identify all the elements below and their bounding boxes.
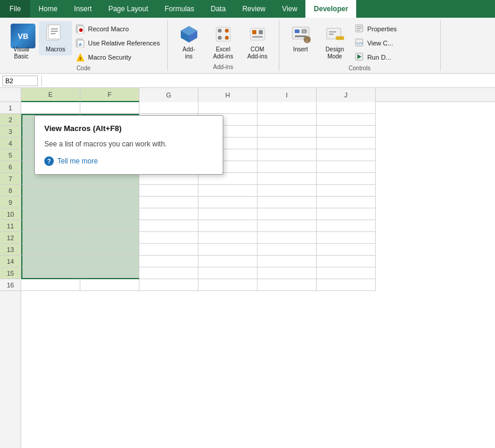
col-header-J[interactable]: J	[317, 88, 376, 102]
cell-J15[interactable]	[317, 267, 376, 279]
cell-I5[interactable]	[258, 149, 317, 161]
cell-E8[interactable]	[21, 185, 80, 197]
row-header-5[interactable]: 5	[0, 149, 21, 161]
cell-J4[interactable]	[317, 138, 376, 149]
cell-G7[interactable]	[139, 173, 198, 185]
properties-button[interactable]: Properties	[353, 22, 435, 35]
tab-home[interactable]: Home	[30, 0, 66, 18]
cell-I8[interactable]	[258, 185, 317, 197]
use-relative-button[interactable]: A Use Relative References	[73, 37, 162, 50]
tab-view[interactable]: View	[274, 0, 306, 18]
cell-J13[interactable]	[317, 244, 376, 256]
cell-H16[interactable]	[198, 279, 258, 291]
design-mode-button[interactable]: DesignMode	[318, 21, 351, 63]
cell-I2[interactable]	[258, 114, 317, 126]
addins-button[interactable]: Add-ins	[172, 21, 206, 63]
cell-I15[interactable]	[258, 267, 317, 279]
row-header-16[interactable]: 16	[0, 279, 21, 291]
cell-I4[interactable]	[258, 138, 317, 149]
cell-J14[interactable]	[317, 256, 376, 267]
row-header-12[interactable]: 12	[0, 232, 21, 244]
cell-I9[interactable]	[258, 197, 317, 208]
tell-me-more-link[interactable]: ? Tell me more	[44, 156, 213, 166]
cell-H12[interactable]	[198, 232, 258, 244]
col-header-E[interactable]: E	[21, 88, 80, 102]
cell-J5[interactable]	[317, 149, 376, 161]
cell-E1[interactable]	[21, 102, 80, 114]
row-header-4[interactable]: 4	[0, 138, 21, 149]
cell-H11[interactable]	[198, 220, 258, 232]
cell-G1[interactable]	[139, 102, 198, 114]
excel-addins-button[interactable]: ExcelAdd-ins	[207, 21, 240, 63]
cell-I12[interactable]	[258, 232, 317, 244]
cell-E11[interactable]	[21, 220, 80, 232]
cell-G12[interactable]	[139, 232, 198, 244]
tab-page-layout[interactable]: Page Layout	[100, 0, 156, 18]
row-header-14[interactable]: 14	[0, 256, 21, 267]
cell-F9[interactable]	[80, 197, 139, 208]
cell-F15[interactable]	[80, 267, 139, 279]
cell-F11[interactable]	[80, 220, 139, 232]
cell-H14[interactable]	[198, 256, 258, 267]
cell-H7[interactable]	[198, 173, 258, 185]
tab-formulas[interactable]: Formulas	[157, 0, 203, 18]
col-header-F[interactable]: F	[80, 88, 139, 102]
cell-G8[interactable]	[139, 185, 198, 197]
cell-I16[interactable]	[258, 279, 317, 291]
cell-E7[interactable]	[21, 173, 80, 185]
cell-J9[interactable]	[317, 197, 376, 208]
visual-basic-button[interactable]: VB VisualBasic	[5, 21, 38, 63]
run-dialog-button[interactable]: Run D...	[353, 51, 435, 64]
cell-F14[interactable]	[80, 256, 139, 267]
cell-G14[interactable]	[139, 256, 198, 267]
col-header-G[interactable]: G	[139, 88, 198, 102]
col-header-I[interactable]: I	[258, 88, 317, 102]
row-header-6[interactable]: 6	[0, 161, 21, 173]
cell-E14[interactable]	[21, 256, 80, 267]
row-header-13[interactable]: 13	[0, 244, 21, 256]
macros-button[interactable]: Macros	[39, 21, 72, 55]
row-header-8[interactable]: 8	[0, 185, 21, 197]
col-header-H[interactable]: H	[198, 88, 258, 102]
tab-developer[interactable]: Developer	[305, 0, 356, 18]
cell-J12[interactable]	[317, 232, 376, 244]
file-tab[interactable]: File	[0, 0, 30, 18]
cell-F12[interactable]	[80, 232, 139, 244]
cell-H9[interactable]	[198, 197, 258, 208]
tab-insert[interactable]: Insert	[66, 0, 100, 18]
cell-F10[interactable]	[80, 208, 139, 220]
row-header-11[interactable]: 11	[0, 220, 21, 232]
cell-E13[interactable]	[21, 244, 80, 256]
cell-I11[interactable]	[258, 220, 317, 232]
cell-F16[interactable]	[80, 279, 139, 291]
cell-G15[interactable]	[139, 267, 198, 279]
cell-H15[interactable]	[198, 267, 258, 279]
cell-G9[interactable]	[139, 197, 198, 208]
cell-H10[interactable]	[198, 208, 258, 220]
name-box[interactable]	[2, 76, 38, 86]
macro-security-button[interactable]: ! Macro Security	[73, 51, 162, 64]
row-header-3[interactable]: 3	[0, 126, 21, 138]
cell-J7[interactable]	[317, 173, 376, 185]
cell-E10[interactable]	[21, 208, 80, 220]
cell-I7[interactable]	[258, 173, 317, 185]
cell-G10[interactable]	[139, 208, 198, 220]
cell-H1[interactable]	[198, 102, 258, 114]
row-header-7[interactable]: 7	[0, 173, 21, 185]
cell-G13[interactable]	[139, 244, 198, 256]
row-header-9[interactable]: 9	[0, 197, 21, 208]
cell-J6[interactable]	[317, 161, 376, 173]
cell-E12[interactable]	[21, 232, 80, 244]
tab-data[interactable]: Data	[203, 0, 234, 18]
cell-F13[interactable]	[80, 244, 139, 256]
row-header-10[interactable]: 10	[0, 208, 21, 220]
cell-J11[interactable]	[317, 220, 376, 232]
com-addins-button[interactable]: COMAdd-ins	[241, 21, 274, 63]
view-code-button[interactable]: </> View C...	[353, 37, 435, 50]
tab-review[interactable]: Review	[234, 0, 273, 18]
cell-E15[interactable]	[21, 267, 80, 279]
formula-input[interactable]	[45, 77, 493, 84]
cell-I13[interactable]	[258, 244, 317, 256]
record-macro-button[interactable]: Record Macro	[73, 22, 162, 35]
cell-I6[interactable]	[258, 161, 317, 173]
